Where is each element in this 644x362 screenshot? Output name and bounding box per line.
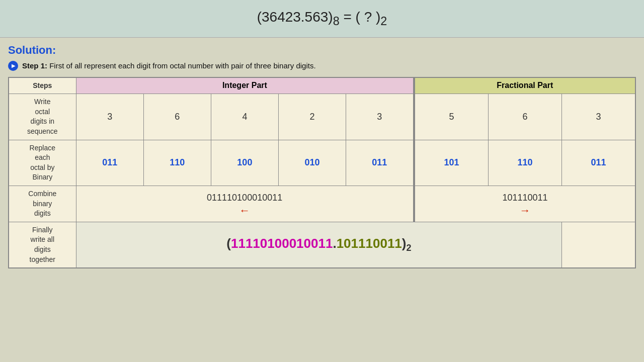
int-digit-0: 3 xyxy=(76,94,143,140)
combine-integer-cell: 011110100010011 ← xyxy=(76,186,414,222)
int-digit-2: 4 xyxy=(211,94,278,140)
step1-icon xyxy=(8,61,18,71)
int-digit-3: 2 xyxy=(278,94,346,140)
header-bar: (36423.563)8 = ( ? )2 xyxy=(0,0,644,38)
col-fractional-header: Fractional Part xyxy=(415,77,635,94)
frac-digit-2: 3 xyxy=(562,94,635,140)
step1-row: Step 1: First of all represent each digi… xyxy=(8,61,636,71)
frac-digit-0: 5 xyxy=(415,94,488,140)
col-integer-header: Integer Part xyxy=(76,77,414,94)
combine-fractional-cell: 101110011 → xyxy=(415,186,635,222)
row2-label: Replace each octal by Binary xyxy=(9,140,76,186)
header-equation: (36423.563)8 = ( ? )2 xyxy=(257,9,387,25)
frac-bin-0: 101 xyxy=(415,140,488,186)
row4-label: Finally write all digits together xyxy=(9,222,76,268)
finally-frac: 101110011 xyxy=(337,236,402,251)
frac-bin-1: 110 xyxy=(488,140,561,186)
row3-label: Combine binary digits xyxy=(9,186,76,222)
finally-base: 2 xyxy=(406,243,411,253)
int-digit-1: 6 xyxy=(143,94,211,140)
combine-integer-value: 011110100010011 xyxy=(78,193,411,203)
int-bin-4: 011 xyxy=(346,140,414,186)
row-octal-digits: Write octal digits in sequence 3 6 4 2 3… xyxy=(9,94,635,140)
finally-int: 11110100010011 xyxy=(231,236,333,251)
step1-text: Step 1: First of all represent each digi… xyxy=(22,61,316,70)
combine-fractional-value: 101110011 xyxy=(417,193,633,203)
int-bin-2: 100 xyxy=(211,140,278,186)
col-steps-header: Steps xyxy=(9,77,76,94)
int-digit-4: 3 xyxy=(346,94,414,140)
conversion-table: Steps Integer Part Fractional Part Write… xyxy=(8,77,636,269)
int-bin-0: 011 xyxy=(76,140,143,186)
frac-digit-1: 6 xyxy=(488,94,561,140)
row-binary-replace: Replace each octal by Binary 011 110 100… xyxy=(9,140,635,186)
combine-arrow-frac: → xyxy=(417,204,633,217)
row1-label: Write octal digits in sequence xyxy=(9,94,76,140)
finally-result: (11110100010011.101110011)2 xyxy=(226,236,411,251)
int-bin-3: 010 xyxy=(278,140,346,186)
solution-title: Solution: xyxy=(8,44,636,57)
finally-result-cell: (11110100010011.101110011)2 xyxy=(76,222,562,268)
int-bin-1: 110 xyxy=(143,140,211,186)
row-final: Finally write all digits together (11110… xyxy=(9,222,635,268)
combine-arrow-int: ← xyxy=(78,204,411,217)
frac-bin-2: 011 xyxy=(562,140,635,186)
solution-section: Solution: Step 1: First of all represent… xyxy=(0,38,644,273)
row-combine: Combine binary digits 011110100010011 ← … xyxy=(9,186,635,222)
